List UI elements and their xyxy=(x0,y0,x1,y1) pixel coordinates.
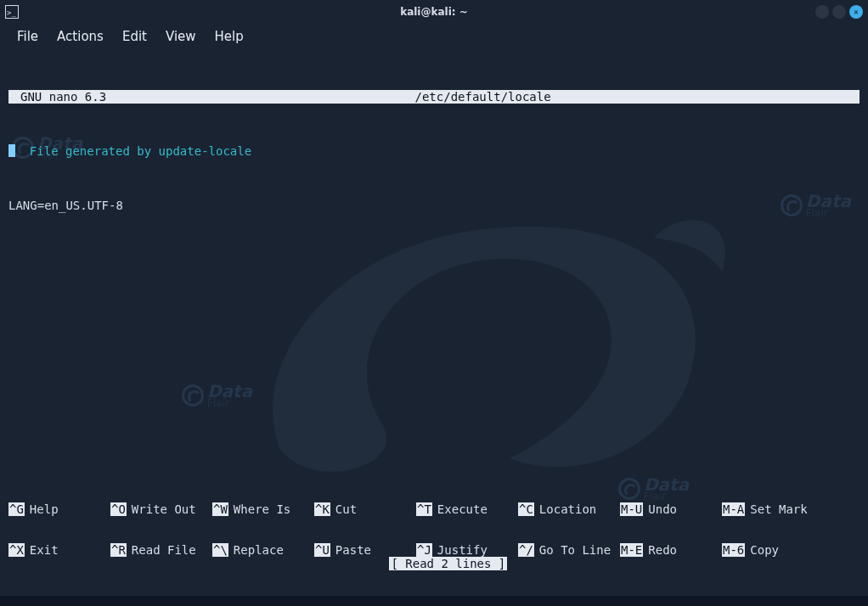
close-button[interactable] xyxy=(849,5,863,19)
shortcut-row-1: ^GHelp ^OWrite Out ^WWhere Is ^KCut ^TEx… xyxy=(8,502,860,516)
sc-replace: ^\Replace xyxy=(212,543,314,557)
menu-file[interactable]: File xyxy=(8,25,47,48)
menu-edit[interactable]: Edit xyxy=(114,25,155,48)
terminal-icon: >_ xyxy=(5,5,19,19)
nano-app-label: GNU nano 6.3 xyxy=(8,90,106,104)
sc-undo: M-UUndo xyxy=(620,502,722,516)
nano-line-2[interactable]: LANG=en_US.UTF-8 xyxy=(8,199,860,212)
sc-exit: ^XExit xyxy=(8,543,110,557)
maximize-button[interactable] xyxy=(832,5,846,19)
sc-redo: M-ERedo xyxy=(620,543,722,557)
terminal-area[interactable]: GNU nano 6.3 /etc/default/locale File ge… xyxy=(0,49,868,596)
sc-whereis: ^WWhere Is xyxy=(212,502,314,516)
sc-gotoline: ^/Go To Line xyxy=(518,543,620,557)
sc-cut: ^KCut xyxy=(314,502,416,516)
sc-paste: ^UPaste xyxy=(314,543,416,557)
sc-help: ^GHelp xyxy=(8,502,110,516)
window-titlebar: >_ kali@kali: ~ xyxy=(0,0,868,24)
sc-writeout: ^OWrite Out xyxy=(110,502,212,516)
menu-view[interactable]: View xyxy=(157,25,205,48)
menubar: File Actions Edit View Help xyxy=(0,24,868,49)
sc-execute: ^TExecute xyxy=(416,502,518,516)
nano-comment-text: File generated by update-locale xyxy=(15,144,251,158)
sc-readfile: ^RRead File xyxy=(110,543,212,557)
window-title: kali@kali: ~ xyxy=(0,6,868,18)
nano-line-1[interactable]: File generated by update-locale xyxy=(8,144,860,158)
nano-shortcuts: ^GHelp ^OWrite Out ^WWhere Is ^KCut ^TEx… xyxy=(8,475,860,584)
sc-justify: ^JJustify xyxy=(416,543,518,557)
sc-setmark: M-ASet Mark xyxy=(722,502,824,516)
menu-help[interactable]: Help xyxy=(206,25,252,48)
text-cursor xyxy=(8,144,15,157)
nano-content-text: LANG=en_US.UTF-8 xyxy=(8,199,123,212)
window-bottom-border xyxy=(0,596,868,606)
nano-file-path: /etc/default/locale xyxy=(415,90,551,104)
sc-location: ^CLocation xyxy=(518,502,620,516)
menu-actions[interactable]: Actions xyxy=(48,25,112,48)
prompt-glyph: >_ xyxy=(7,9,16,17)
nano-header: GNU nano 6.3 /etc/default/locale xyxy=(8,90,860,104)
minimize-button[interactable] xyxy=(815,5,829,19)
shortcut-row-2: ^XExit ^RRead File ^\Replace ^UPaste ^JJ… xyxy=(8,543,860,557)
sc-copy: M-6Copy xyxy=(722,543,824,557)
